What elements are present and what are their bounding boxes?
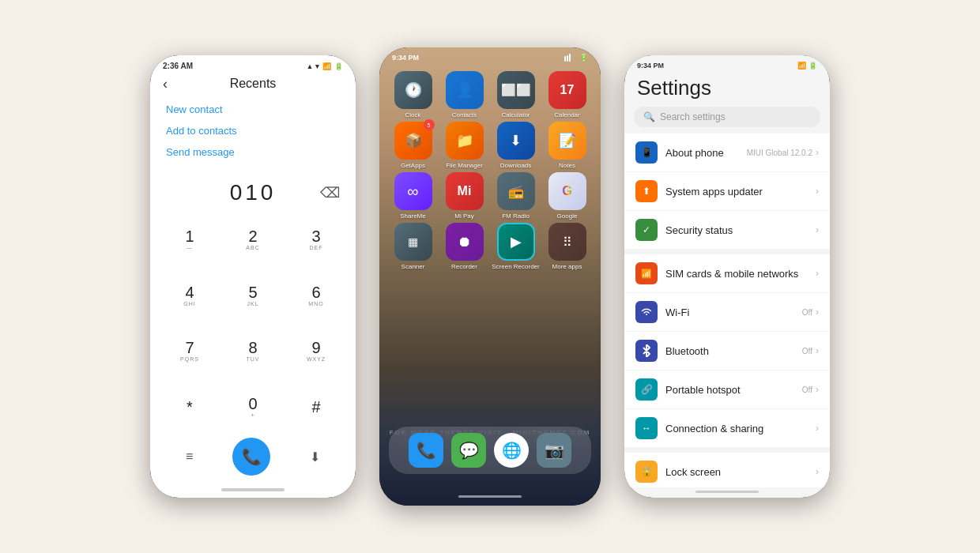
phone1-title: Recents — [230, 77, 277, 91]
hotspot-icon: 🔗 — [635, 378, 658, 401]
svg-rect-0 — [564, 56, 566, 62]
connection-right: › — [816, 423, 819, 434]
key-4[interactable]: 4GHI — [158, 268, 221, 324]
phone1-display: 010 ⌫ — [150, 164, 356, 212]
app-clock[interactable]: 🕐 Clock — [389, 71, 437, 118]
security-right: › — [816, 224, 819, 235]
send-message-link[interactable]: Send message — [166, 146, 340, 158]
new-contact-link[interactable]: New contact — [166, 103, 340, 115]
phone3-home-bar — [695, 491, 759, 493]
system-apps-text: System apps updater — [665, 186, 808, 198]
svg-rect-1 — [567, 55, 568, 62]
app-filemanager[interactable]: 📁 File Manager — [440, 122, 488, 169]
phone1-time: 2:36 AM — [163, 62, 193, 70]
app-downloads[interactable]: ⬇ Downloads — [492, 122, 540, 169]
lock-text: Lock screen — [665, 466, 808, 478]
chevron-icon: › — [816, 345, 819, 356]
lock-right: › — [816, 466, 819, 477]
settings-list: 📱 About phone MIUI Global 12.0.2 › ⬆ Sys… — [624, 134, 830, 487]
dock-camera[interactable]: 📷 — [537, 433, 571, 468]
hotspot-text: Portable hotspot — [665, 384, 794, 396]
backspace-button[interactable]: ⌫ — [320, 184, 340, 201]
settings-item-sim[interactable]: 📶 SIM cards & mobile networks › — [624, 254, 830, 292]
wifi-icon — [635, 301, 658, 323]
settings-title: Settings — [624, 73, 830, 107]
phone1-status-bar: 2:36 AM ▲ ▾ 📶 🔋 — [150, 55, 356, 73]
phone2-status-icons: 🔋 — [564, 54, 588, 62]
app-getapps[interactable]: 📦 5 GetApps — [389, 122, 437, 169]
phone-settings: 9:34 PM 📶 🔋 Settings 🔍 Search settings 📱… — [624, 55, 830, 498]
phone2-time: 9:34 PM — [392, 54, 419, 62]
settings-search[interactable]: 🔍 Search settings — [634, 107, 820, 127]
chevron-icon: › — [816, 466, 819, 477]
key-5[interactable]: 5JKL — [221, 268, 285, 324]
key-3[interactable]: 3DEF — [285, 212, 348, 268]
settings-item-lock[interactable]: 🔒 Lock screen › — [624, 453, 830, 487]
phone2-app-grid: 🕐 Clock 👤 Contacts ⬜⬜ Calculator 17 — [379, 65, 601, 276]
svg-rect-2 — [569, 54, 571, 62]
settings-item-about[interactable]: 📱 About phone MIUI Global 12.0.2 › — [624, 134, 830, 171]
settings-item-wifi[interactable]: Wi-Fi Off › — [624, 293, 830, 331]
dock-messages[interactable]: 💬 — [451, 433, 486, 468]
settings-item-connection[interactable]: ↔ Connection & sharing › — [624, 409, 830, 447]
key-9[interactable]: 9WXYZ — [285, 323, 348, 379]
chevron-icon: › — [816, 147, 819, 158]
phone1-header: ‹ Recents — [150, 73, 356, 97]
app-recorder[interactable]: ⏺ Recorder — [440, 223, 488, 270]
settings-item-bluetooth[interactable]: Bluetooth Off › — [624, 332, 830, 370]
add-to-contacts-link[interactable]: Add to contacts — [166, 125, 340, 137]
security-icon: ✓ — [635, 219, 658, 241]
app-shareme[interactable]: ∞ ShareMe — [389, 172, 437, 220]
call-button[interactable]: 📞 — [232, 438, 270, 476]
phone3-time: 9:34 PM — [637, 62, 664, 70]
phone-homescreen: 9:34 PM 🔋 🕐 Clock 👤 Contacts ⬜ — [379, 47, 601, 506]
settings-item-hotspot[interactable]: 🔗 Portable hotspot Off › — [624, 371, 830, 408]
key-hash[interactable]: # — [285, 379, 348, 435]
app-notes[interactable]: 📝 Notes — [543, 122, 591, 169]
phone1-status-icons: ▲ ▾ 📶 🔋 — [307, 62, 343, 70]
app-calculator[interactable]: ⬜⬜ Calculator — [492, 71, 540, 118]
wifi-right: Off › — [802, 307, 819, 318]
system-apps-icon: ⬆ — [635, 180, 658, 202]
dock-chrome[interactable]: 🌐 — [494, 433, 529, 468]
key-0[interactable]: 0+ — [221, 379, 285, 435]
key-2[interactable]: 2ABC — [221, 212, 285, 268]
key-7[interactable]: 7PQRS — [158, 323, 221, 379]
phone1-bottom-bar: ≡ 📞 ⬇ — [150, 434, 356, 488]
search-icon: 🔍 — [643, 111, 655, 122]
app-fmradio[interactable]: 📻 FM Radio — [492, 172, 540, 220]
connection-text: Connection & sharing — [665, 423, 808, 434]
phone1-keypad: 1— 2ABC 3DEF 4GHI 5JKL 6MNO 7PQRS 8TUV 9… — [150, 212, 356, 434]
app-moreapps[interactable]: ⠿ More apps — [543, 223, 591, 270]
more-icon[interactable]: ⬇ — [310, 450, 320, 465]
key-8[interactable]: 8TUV — [221, 323, 285, 379]
chevron-icon: › — [816, 224, 819, 235]
search-placeholder: Search settings — [660, 111, 726, 122]
menu-icon[interactable]: ≡ — [186, 450, 193, 464]
key-star[interactable]: * — [158, 379, 221, 435]
phone1-number: 010 — [230, 180, 277, 205]
app-screenrecorder[interactable]: ▶ Screen Recorder — [492, 223, 540, 270]
chevron-icon: › — [816, 307, 819, 318]
dock-phone[interactable]: 📞 — [409, 433, 443, 468]
app-google[interactable]: G Google — [543, 172, 591, 220]
app-mipay[interactable]: Mi Mi Pay — [440, 172, 488, 220]
sim-right: › — [816, 268, 819, 279]
connection-icon: ↔ — [635, 417, 658, 439]
phone1-quick-links: New contact Add to contacts Send message — [150, 97, 356, 164]
settings-item-security[interactable]: ✓ Security status › — [624, 211, 830, 249]
phone2-home-bar — [458, 495, 522, 498]
bluetooth-text: Bluetooth — [665, 345, 794, 357]
app-calendar[interactable]: 17 Calendar — [543, 71, 591, 118]
about-phone-right: MIUI Global 12.0.2 › — [747, 147, 819, 158]
settings-item-system-apps[interactable]: ⬆ System apps updater › — [624, 172, 830, 210]
phone2-status-bar: 9:34 PM 🔋 — [379, 47, 601, 65]
app-scanner[interactable]: ▦ Scanner — [389, 223, 437, 270]
bluetooth-right: Off › — [802, 345, 819, 356]
chevron-icon: › — [816, 423, 819, 434]
app-contacts[interactable]: 👤 Contacts — [440, 71, 488, 118]
key-6[interactable]: 6MNO — [285, 268, 348, 324]
bluetooth-icon — [635, 340, 658, 362]
key-1[interactable]: 1— — [158, 212, 221, 268]
back-button[interactable]: ‹ — [163, 76, 168, 92]
